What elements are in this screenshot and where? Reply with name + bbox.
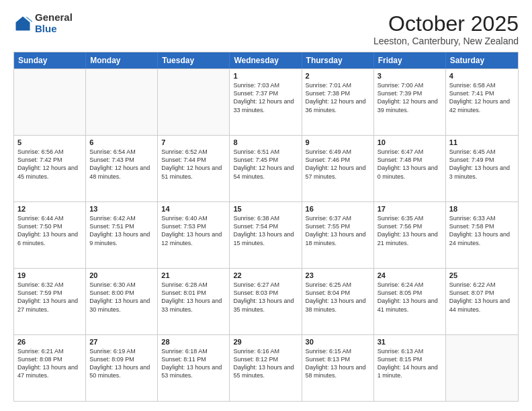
day-number: 1 [233, 72, 298, 80]
day-info: Sunrise: 6:54 AM Sunset: 7:43 PM Dayligh… [89, 148, 154, 181]
cal-cell-3-1: 20Sunrise: 6:30 AM Sunset: 8:00 PM Dayli… [86, 269, 158, 334]
cal-cell-0-4: 2Sunrise: 7:01 AM Sunset: 7:38 PM Daylig… [302, 69, 374, 135]
cal-cell-0-5: 3Sunrise: 7:00 AM Sunset: 7:39 PM Daylig… [374, 69, 446, 135]
cal-cell-3-6: 25Sunrise: 6:22 AM Sunset: 8:07 PM Dayli… [446, 269, 518, 334]
day-number: 5 [17, 138, 82, 146]
day-info: Sunrise: 6:16 AM Sunset: 8:12 PM Dayligh… [233, 347, 298, 380]
cal-cell-4-6 [446, 335, 518, 401]
header-sunday: Sunday [14, 52, 86, 68]
month-title: October 2025 [373, 12, 519, 36]
logo-general-text: General [35, 12, 73, 24]
location-subtitle: Leeston, Canterbury, New Zealand [373, 36, 519, 46]
calendar-body: 1Sunrise: 7:03 AM Sunset: 7:37 PM Daylig… [14, 68, 518, 401]
day-info: Sunrise: 6:25 AM Sunset: 8:04 PM Dayligh… [306, 281, 370, 314]
cal-cell-2-2: 14Sunrise: 6:40 AM Sunset: 7:53 PM Dayli… [158, 202, 230, 268]
logo: General Blue [13, 12, 73, 34]
day-number: 21 [161, 271, 226, 279]
cal-row-4: 19Sunrise: 6:32 AM Sunset: 7:59 PM Dayli… [14, 268, 518, 334]
day-number: 22 [233, 271, 298, 279]
header-tuesday: Tuesday [158, 52, 230, 68]
day-number: 29 [233, 338, 298, 346]
day-info: Sunrise: 6:28 AM Sunset: 8:01 PM Dayligh… [161, 281, 226, 314]
day-number: 18 [449, 205, 515, 213]
cal-cell-2-6: 18Sunrise: 6:33 AM Sunset: 7:58 PM Dayli… [446, 202, 518, 268]
day-info: Sunrise: 6:49 AM Sunset: 7:46 PM Dayligh… [306, 148, 370, 181]
cal-cell-3-0: 19Sunrise: 6:32 AM Sunset: 7:59 PM Dayli… [14, 269, 86, 334]
cal-cell-3-5: 24Sunrise: 6:24 AM Sunset: 8:05 PM Dayli… [374, 269, 446, 334]
day-number: 12 [17, 205, 82, 213]
logo-blue-text: Blue [35, 24, 73, 35]
day-number: 6 [89, 138, 154, 146]
day-number: 31 [378, 338, 442, 346]
day-info: Sunrise: 6:44 AM Sunset: 7:50 PM Dayligh… [17, 214, 82, 247]
cal-cell-0-3: 1Sunrise: 7:03 AM Sunset: 7:37 PM Daylig… [230, 69, 302, 135]
header-thursday: Thursday [302, 52, 374, 68]
cal-cell-4-2: 28Sunrise: 6:18 AM Sunset: 8:11 PM Dayli… [158, 335, 230, 401]
title-block: October 2025 Leeston, Canterbury, New Ze… [373, 12, 519, 46]
day-info: Sunrise: 6:42 AM Sunset: 7:51 PM Dayligh… [89, 214, 154, 247]
cal-cell-2-0: 12Sunrise: 6:44 AM Sunset: 7:50 PM Dayli… [14, 202, 86, 268]
cal-cell-3-3: 22Sunrise: 6:27 AM Sunset: 8:03 PM Dayli… [230, 269, 302, 334]
day-number: 11 [449, 138, 515, 146]
day-number: 16 [306, 205, 370, 213]
day-info: Sunrise: 6:32 AM Sunset: 7:59 PM Dayligh… [17, 281, 82, 314]
day-number: 27 [89, 338, 154, 346]
day-number: 24 [378, 271, 442, 279]
day-info: Sunrise: 6:18 AM Sunset: 8:11 PM Dayligh… [161, 347, 226, 380]
header-wednesday: Wednesday [230, 52, 302, 68]
cal-cell-2-1: 13Sunrise: 6:42 AM Sunset: 7:51 PM Dayli… [86, 202, 158, 268]
cal-cell-4-3: 29Sunrise: 6:16 AM Sunset: 8:12 PM Dayli… [230, 335, 302, 401]
cal-cell-1-0: 5Sunrise: 6:56 AM Sunset: 7:42 PM Daylig… [14, 136, 86, 201]
cal-cell-0-0 [14, 69, 86, 135]
day-number: 8 [233, 138, 298, 146]
cal-cell-4-0: 26Sunrise: 6:21 AM Sunset: 8:08 PM Dayli… [14, 335, 86, 401]
day-info: Sunrise: 6:13 AM Sunset: 8:15 PM Dayligh… [378, 347, 442, 380]
day-info: Sunrise: 6:47 AM Sunset: 7:48 PM Dayligh… [378, 148, 442, 181]
cal-cell-2-4: 16Sunrise: 6:37 AM Sunset: 7:55 PM Dayli… [302, 202, 374, 268]
day-info: Sunrise: 6:24 AM Sunset: 8:05 PM Dayligh… [378, 281, 442, 314]
cal-cell-2-3: 15Sunrise: 6:38 AM Sunset: 7:54 PM Dayli… [230, 202, 302, 268]
cal-cell-1-5: 10Sunrise: 6:47 AM Sunset: 7:48 PM Dayli… [374, 136, 446, 201]
day-info: Sunrise: 6:35 AM Sunset: 7:56 PM Dayligh… [378, 214, 442, 247]
cal-cell-2-5: 17Sunrise: 6:35 AM Sunset: 7:56 PM Dayli… [374, 202, 446, 268]
day-info: Sunrise: 6:22 AM Sunset: 8:07 PM Dayligh… [449, 281, 515, 314]
day-number: 4 [449, 72, 515, 80]
day-number: 2 [306, 72, 370, 80]
day-number: 15 [233, 205, 298, 213]
cal-cell-1-2: 7Sunrise: 6:52 AM Sunset: 7:44 PM Daylig… [158, 136, 230, 201]
day-info: Sunrise: 6:52 AM Sunset: 7:44 PM Dayligh… [161, 148, 226, 181]
cal-row-2: 5Sunrise: 6:56 AM Sunset: 7:42 PM Daylig… [14, 135, 518, 201]
day-number: 7 [161, 138, 226, 146]
cal-cell-1-6: 11Sunrise: 6:45 AM Sunset: 7:49 PM Dayli… [446, 136, 518, 201]
day-number: 19 [17, 271, 82, 279]
day-info: Sunrise: 6:27 AM Sunset: 8:03 PM Dayligh… [233, 281, 298, 314]
day-info: Sunrise: 6:51 AM Sunset: 7:45 PM Dayligh… [233, 148, 298, 181]
day-number: 23 [306, 271, 370, 279]
day-info: Sunrise: 6:45 AM Sunset: 7:49 PM Dayligh… [449, 148, 515, 181]
day-number: 13 [89, 205, 154, 213]
day-info: Sunrise: 6:19 AM Sunset: 8:09 PM Dayligh… [89, 347, 154, 380]
day-info: Sunrise: 6:15 AM Sunset: 8:13 PM Dayligh… [306, 347, 370, 380]
day-number: 14 [161, 205, 226, 213]
day-number: 9 [306, 138, 370, 146]
header-monday: Monday [86, 52, 158, 68]
day-info: Sunrise: 7:01 AM Sunset: 7:38 PM Dayligh… [306, 81, 370, 114]
cal-cell-1-4: 9Sunrise: 6:49 AM Sunset: 7:46 PM Daylig… [302, 136, 374, 201]
day-info: Sunrise: 6:58 AM Sunset: 7:41 PM Dayligh… [449, 81, 515, 114]
calendar-header: Sunday Monday Tuesday Wednesday Thursday… [14, 52, 518, 68]
day-number: 28 [161, 338, 226, 346]
cal-cell-0-2 [158, 69, 230, 135]
day-info: Sunrise: 6:21 AM Sunset: 8:08 PM Dayligh… [17, 347, 82, 380]
day-info: Sunrise: 7:00 AM Sunset: 7:39 PM Dayligh… [378, 81, 442, 114]
cal-cell-1-3: 8Sunrise: 6:51 AM Sunset: 7:45 PM Daylig… [230, 136, 302, 201]
day-info: Sunrise: 6:30 AM Sunset: 8:00 PM Dayligh… [89, 281, 154, 314]
cal-cell-0-1 [86, 69, 158, 135]
cal-row-5: 26Sunrise: 6:21 AM Sunset: 8:08 PM Dayli… [14, 334, 518, 401]
day-number: 26 [17, 338, 82, 346]
logo-text: General Blue [35, 12, 73, 34]
cal-row-3: 12Sunrise: 6:44 AM Sunset: 7:50 PM Dayli… [14, 201, 518, 268]
day-number: 3 [378, 72, 442, 80]
cal-cell-1-1: 6Sunrise: 6:54 AM Sunset: 7:43 PM Daylig… [86, 136, 158, 201]
day-info: Sunrise: 6:37 AM Sunset: 7:55 PM Dayligh… [306, 214, 370, 247]
cal-cell-4-4: 30Sunrise: 6:15 AM Sunset: 8:13 PM Dayli… [302, 335, 374, 401]
